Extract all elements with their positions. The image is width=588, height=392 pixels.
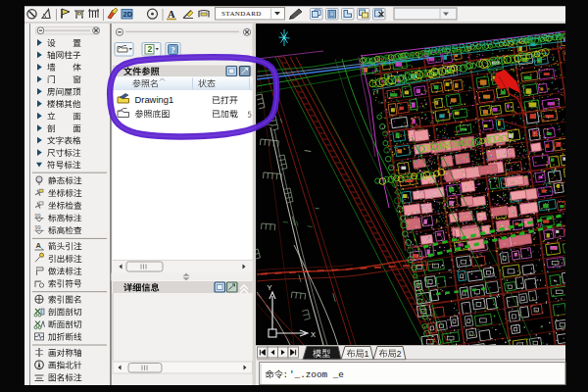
svg-text:2: 2 <box>397 349 402 359</box>
svg-text:?: ? <box>171 45 175 55</box>
svg-text:2D: 2D <box>123 10 133 19</box>
svg-text:99: 99 <box>35 213 41 219</box>
svg-text::: : <box>283 369 289 380</box>
svg-text:A: A <box>168 9 175 20</box>
svg-text:STANDARD: STANDARD <box>221 10 262 18</box>
svg-text:1: 1 <box>365 349 369 359</box>
svg-text:Drawing1: Drawing1 <box>135 94 174 105</box>
svg-text:Y: Y <box>268 283 272 292</box>
svg-text:X: X <box>311 330 316 339</box>
svg-text:2: 2 <box>148 44 153 54</box>
svg-text:A: A <box>36 241 42 250</box>
svg-text:99: 99 <box>35 224 41 230</box>
svg-text:'_.zoom _e: '_.zoom _e <box>289 369 344 380</box>
